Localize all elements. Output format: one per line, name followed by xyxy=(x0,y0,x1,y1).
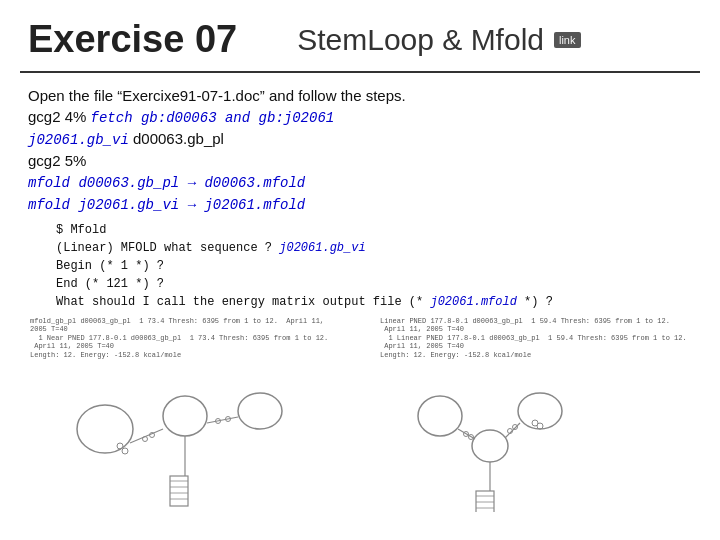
svg-point-33 xyxy=(537,423,543,429)
diagram-left: mfold_gb_pl d00063_gb_pl 1 73.4 Thresh: … xyxy=(30,317,340,512)
line6: mfold j02061.gb_vi → j02061.mfold xyxy=(28,195,692,213)
svg-point-2 xyxy=(122,448,128,454)
svg-rect-8 xyxy=(170,476,188,506)
line4: gcg2 5% xyxy=(28,152,692,169)
stem-loop-title: StemLoop & Mfold link xyxy=(297,23,580,57)
svg-rect-23 xyxy=(476,491,494,512)
line2: gcg2 4% fetch gb:d00063 and gb:j02061 xyxy=(28,108,692,126)
terminal-line3: Begin (* 1 *) ? xyxy=(56,257,692,275)
header: Exercise 07 StemLoop & Mfold link xyxy=(0,0,720,71)
line3: j02061.gb_vi d00063.gb_pl xyxy=(28,130,692,148)
terminal-box: $ Mfold (Linear) MFOLD what sequence ? j… xyxy=(56,221,692,311)
terminal-line1: $ Mfold xyxy=(56,221,692,239)
intro-line1: Open the file “Exercixe91-07-1.doc” and … xyxy=(28,87,692,104)
line4-normal: gcg2 5% xyxy=(28,152,86,169)
diagrams-row: mfold_gb_pl d00063_gb_pl 1 73.4 Thresh: … xyxy=(0,317,720,512)
exercise-title: Exercise 07 xyxy=(28,18,237,61)
line2-normal: gcg2 4% xyxy=(28,108,91,125)
main-content: Open the file “Exercixe91-07-1.doc” and … xyxy=(0,73,720,311)
link-badge[interactable]: link xyxy=(554,32,581,48)
line2-italic: fetch gb:d00063 and gb:j02061 xyxy=(91,110,335,126)
diagram-right-caption: Linear PNED 177.8-0.1 d00063_gb_pl 1 59.… xyxy=(380,317,690,359)
svg-point-17 xyxy=(418,396,462,436)
svg-point-3 xyxy=(163,396,207,436)
diagram-left-svg xyxy=(30,361,340,512)
diagram-left-caption: mfold_gb_pl d00063_gb_pl 1 73.4 Thresh: … xyxy=(30,317,340,359)
svg-point-4 xyxy=(238,393,282,429)
svg-point-0 xyxy=(77,405,133,453)
svg-line-6 xyxy=(207,417,238,423)
svg-point-19 xyxy=(472,430,508,462)
line3-normal2: d00063.gb_pl xyxy=(129,130,224,147)
terminal-line4: End (* 121 *) ? xyxy=(56,275,692,293)
svg-line-20 xyxy=(458,429,475,439)
line3-vi: j02061.gb_vi xyxy=(28,132,129,148)
diagram-right: Linear PNED 177.8-0.1 d00063_gb_pl 1 59.… xyxy=(380,317,690,512)
svg-point-18 xyxy=(518,393,562,429)
line5: mfold d00063.gb_pl → d00063.mfold xyxy=(28,173,692,191)
terminal-line5: What should I call the energy matrix out… xyxy=(56,293,692,311)
svg-point-1 xyxy=(117,443,123,449)
line5-italic: mfold d00063.gb_pl → d00063.mfold xyxy=(28,175,305,191)
line6-italic: mfold j02061.gb_vi → j02061.mfold xyxy=(28,197,305,213)
diagram-right-svg xyxy=(380,361,690,512)
terminal-line2: (Linear) MFOLD what sequence ? j02061.gb… xyxy=(56,239,692,257)
